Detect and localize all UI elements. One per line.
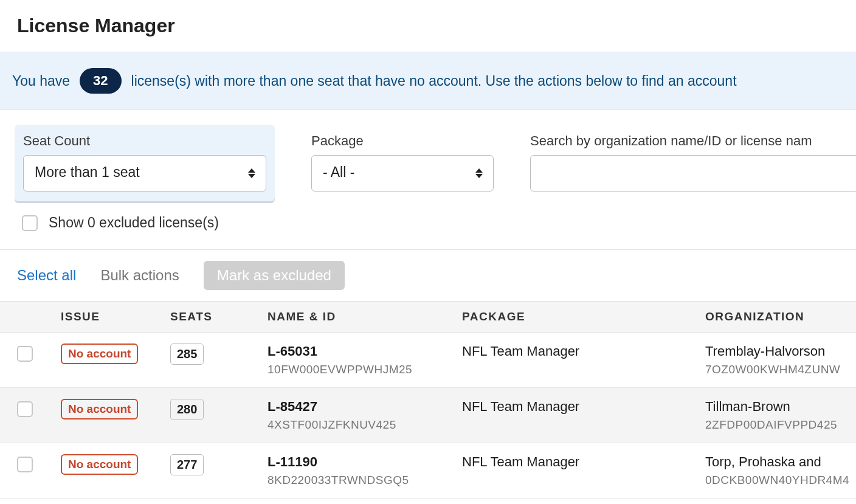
licenses-table: ISSUE SEATS NAME & ID PACKAGE ORGANIZATI… bbox=[0, 301, 856, 499]
search-label: Search by organization name/ID or licens… bbox=[530, 133, 856, 149]
organization-name: Tillman-Brown bbox=[705, 399, 856, 415]
filters-row: Seat Count More than 1 seat Package - Al… bbox=[0, 110, 856, 207]
select-all-link[interactable]: Select all bbox=[17, 267, 76, 284]
seat-count-label: Seat Count bbox=[23, 133, 266, 149]
info-banner: You have 32 license(s) with more than on… bbox=[0, 52, 856, 110]
license-name: L-11190 bbox=[268, 454, 462, 470]
seats-badge: 280 bbox=[170, 399, 204, 420]
license-id: 4XSTF00IJZFKNUV425 bbox=[268, 418, 462, 432]
search-filter: Search by organization name/ID or licens… bbox=[530, 125, 856, 192]
seats-badge: 277 bbox=[170, 454, 204, 475]
row-checkbox[interactable] bbox=[17, 401, 33, 417]
organization-name: Torp, Prohaska and bbox=[705, 454, 856, 470]
seat-count-select[interactable]: More than 1 seat bbox=[23, 155, 266, 192]
license-id: 10FW000EVWPPWHJM25 bbox=[268, 363, 462, 376]
show-excluded-label: Show 0 excluded license(s) bbox=[49, 215, 219, 231]
table-row: No account285L-6503110FW000EVWPPWHJM25NF… bbox=[0, 333, 856, 388]
license-name: L-65031 bbox=[268, 343, 462, 359]
license-id: 8KD220033TRWNDSGQ5 bbox=[268, 474, 462, 487]
issue-badge: No account bbox=[61, 454, 138, 475]
table-row: No account280L-854274XSTF00IJZFKNUV425NF… bbox=[0, 388, 856, 443]
issue-badge: No account bbox=[61, 399, 138, 419]
package-name: NFL Team Manager bbox=[462, 399, 705, 415]
banner-suffix: license(s) with more than one seat that … bbox=[131, 73, 737, 89]
show-excluded-checkbox[interactable] bbox=[22, 215, 38, 231]
row-checkbox[interactable] bbox=[17, 457, 33, 472]
package-name: NFL Team Manager bbox=[462, 454, 705, 470]
actions-bar: Select all Bulk actions Mark as excluded bbox=[0, 249, 856, 301]
show-excluded-row: Show 0 excluded license(s) bbox=[0, 207, 856, 249]
package-filter: Package - All - bbox=[311, 125, 494, 192]
seat-count-filter: Seat Count More than 1 seat bbox=[15, 125, 275, 201]
page-title: License Manager bbox=[0, 0, 856, 52]
organization-id: 2ZFDP00DAIFVPPD425 bbox=[705, 418, 856, 432]
banner-count-chip: 32 bbox=[80, 68, 121, 94]
organization-id: 0DCKB00WN40YHDR4M4 bbox=[705, 474, 856, 487]
banner-prefix: You have bbox=[12, 73, 70, 89]
table-row: No account277L-111908KD220033TRWNDSGQ5NF… bbox=[0, 443, 856, 499]
organization-name: Tremblay-Halvorson bbox=[705, 343, 856, 359]
header-issue: ISSUE bbox=[61, 302, 170, 333]
package-select[interactable]: - All - bbox=[311, 155, 494, 192]
header-org: ORGANIZATION bbox=[705, 302, 856, 333]
search-input[interactable] bbox=[530, 155, 856, 192]
row-checkbox[interactable] bbox=[17, 346, 33, 362]
package-name: NFL Team Manager bbox=[462, 343, 705, 359]
header-package: PACKAGE bbox=[462, 302, 705, 333]
mark-as-excluded-button[interactable]: Mark as excluded bbox=[204, 261, 345, 290]
package-label: Package bbox=[311, 133, 494, 149]
bulk-actions-label: Bulk actions bbox=[100, 267, 179, 284]
license-name: L-85427 bbox=[268, 399, 462, 415]
header-seats: SEATS bbox=[170, 302, 268, 333]
organization-id: 7OZ0W00KWHM4ZUNW bbox=[705, 363, 856, 376]
seats-badge: 285 bbox=[170, 343, 204, 365]
issue-badge: No account bbox=[61, 343, 138, 364]
header-name: NAME & ID bbox=[268, 302, 462, 333]
